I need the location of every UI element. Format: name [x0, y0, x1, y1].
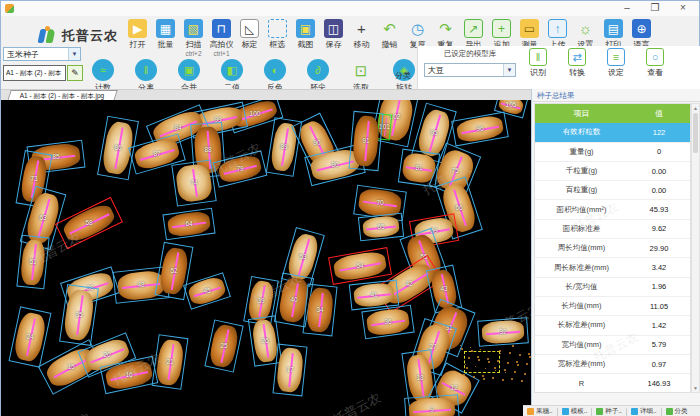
seed-image-canvas[interactable]: 1009984105102101959686878879857374899080…	[1, 100, 531, 416]
table-row[interactable]: 宽均值(mm) 5.79	[535, 336, 690, 355]
seed-number-label: 105	[497, 101, 525, 109]
seed-number-label: 75	[437, 167, 473, 175]
seed-detection-box[interactable]: 17	[272, 344, 307, 397]
seed-detection-box[interactable]: 51	[16, 235, 49, 290]
seed-detection-box[interactable]: 34	[302, 284, 337, 337]
seed-detection-box[interactable]: 74	[171, 159, 216, 206]
close-button[interactable]: ×	[669, 1, 697, 16]
bottom-tab-2[interactable]: 模板..	[562, 407, 588, 416]
metric-label: 面积标准差	[535, 224, 628, 234]
results-panel: 种子总结果 项目 值有效籽粒数 122重量(g) 0千粒重(g) 0.00百粒重…	[531, 89, 700, 406]
seed-detection-box[interactable]: 65	[358, 213, 404, 241]
toolbar-button-marquee[interactable]: 框选	[265, 19, 290, 57]
minimize-button[interactable]: –	[613, 1, 641, 16]
table-header-row: 项目 值	[535, 104, 690, 123]
debris-particle	[492, 377, 494, 379]
seed-detection-box[interactable]: 58	[55, 197, 123, 249]
model-button-convert[interactable]: ⇄转换	[563, 48, 591, 78]
bottom-tab-3[interactable]: 种子..	[596, 407, 622, 416]
model-button-recognize[interactable]: ‖识别	[524, 48, 552, 78]
seed-number-label: 40	[279, 296, 309, 304]
debris-particle	[463, 374, 465, 376]
seed-detection-box[interactable]: 96	[451, 112, 509, 147]
model-panel: 已设定的模型库 大豆 ▼ ‖识别⇄转换≡设定○查看	[417, 46, 700, 89]
bottom-tab-strip: 果穗..模板..种子..详细..分类	[523, 405, 700, 416]
table-row[interactable]: 长均值(mm) 11.05	[535, 297, 690, 316]
species-select[interactable]: 玉米种子 ▼	[3, 47, 81, 61]
scrollbar-thumb[interactable]	[693, 113, 698, 153]
toolbar-button-batch[interactable]: ▦批量	[153, 19, 178, 57]
screenshot-icon: ▣	[296, 19, 315, 38]
seed-detection-box[interactable]: 45	[183, 272, 231, 310]
table-row[interactable]: 宽标准差(mm) 0.97	[535, 355, 690, 374]
chevron-down-icon[interactable]: ▼	[68, 48, 80, 60]
model-button-configure[interactable]: ≡设定	[602, 48, 630, 78]
seed-detection-box[interactable]: 64	[162, 208, 215, 241]
table-row[interactable]: 长标准差(mm) 1.42	[535, 316, 690, 335]
seed-number-label: 53	[289, 253, 317, 261]
table-row[interactable]: 有效籽粒数 122	[535, 123, 690, 142]
bottom-tab-5[interactable]: 分类	[666, 407, 688, 416]
metric-label: 长/宽均值	[535, 282, 628, 292]
seed-number-label: 89	[271, 143, 297, 151]
table-row[interactable]: R 146.93	[535, 374, 690, 393]
undo-icon: ↶	[380, 19, 399, 38]
table-row[interactable]: 面积均值(mm²) 45.93	[535, 200, 690, 219]
sample-name-input[interactable]: A1 - 副本 (2) - 副本	[3, 65, 66, 81]
debris-particle	[477, 356, 479, 358]
bottom-tab-4[interactable]: 详细..	[631, 407, 657, 416]
metric-label: R	[535, 379, 628, 388]
seed-number-label: 34	[306, 306, 334, 314]
seed-number-label: 79	[216, 165, 264, 173]
toolbar-button-calibrate[interactable]: ◺标定	[237, 19, 262, 57]
seed-detection-box[interactable]: 21	[152, 334, 189, 390]
table-row[interactable]: 重量(g) 0	[535, 143, 690, 162]
edit-pencil-button[interactable]: ✎	[67, 65, 83, 81]
model-select[interactable]: 大豆 ▼	[424, 63, 516, 77]
metric-value: 45.93	[628, 205, 690, 214]
toolbar-button-open[interactable]: ▶打开	[125, 19, 150, 57]
toolbar-button-doc-camera[interactable]: ⊓高拍仪ctrl+1	[209, 19, 234, 57]
model-button-view[interactable]: ○查看	[641, 48, 669, 78]
invert-icon: ◐	[264, 59, 286, 81]
toolbar-button-undo[interactable]: ↶撤销	[377, 19, 402, 57]
metric-label: 宽标准差(mm)	[535, 359, 628, 369]
table-row[interactable]: 周长均值(mm) 29.90	[535, 239, 690, 258]
debris-particle	[509, 352, 511, 354]
debris-particle	[516, 361, 518, 363]
seed-number-label: 96	[454, 125, 506, 133]
seed-number-label: 52	[160, 267, 188, 275]
table-row[interactable]: 面积标准差 9.62	[535, 220, 690, 239]
seed-detection-box[interactable]: 91	[349, 111, 384, 171]
maximize-button[interactable]: ❐	[641, 1, 669, 16]
seed-detection-box[interactable]: 9	[404, 394, 460, 416]
metric-value: 1.96	[628, 282, 690, 291]
table-row[interactable]: 长/宽均值 1.96	[535, 278, 690, 297]
seed-number-label: 54	[331, 262, 389, 270]
table-row[interactable]: 百粒重(g) 0.00	[535, 181, 690, 200]
scroll-up-icon[interactable]: ▲	[692, 105, 699, 111]
seed-detection-box[interactable]: 32	[477, 317, 529, 346]
seed-detection-box[interactable]: 24	[9, 306, 52, 367]
toolbar-button-scan[interactable]: ▧扫描ctrl+2	[181, 19, 206, 57]
results-scrollbar[interactable]: ▲ ▼	[691, 103, 700, 393]
seed-number-label: 26	[252, 337, 278, 345]
seed-detection-box[interactable]: 41	[349, 280, 399, 311]
debris-particle	[490, 351, 491, 352]
toolbar-button-save[interactable]: ◫保存	[321, 19, 346, 57]
bottom-tab-1[interactable]: 果穗..	[527, 407, 553, 416]
debris-particle	[488, 361, 490, 363]
seed-detection-box[interactable]: 35	[59, 284, 99, 346]
table-row[interactable]: 千粒重(g) 0.00	[535, 162, 690, 181]
toolbar-button-move[interactable]: +移动	[349, 19, 374, 57]
table-row[interactable]: 周长标准差(mm) 3.42	[535, 258, 690, 277]
toolbar-button-screenshot[interactable]: ▣截图	[293, 19, 318, 57]
tab-separator	[557, 408, 558, 416]
seed-number-label: 58	[59, 219, 119, 227]
scroll-down-icon[interactable]: ▼	[692, 385, 699, 391]
debris-particle	[497, 360, 499, 362]
seed-detection-box[interactable]: 25	[204, 319, 243, 372]
metric-label: 周长均值(mm)	[535, 243, 628, 253]
seed-detection-box[interactable]: 36	[361, 305, 414, 340]
chevron-down-icon[interactable]: ▼	[503, 64, 515, 76]
